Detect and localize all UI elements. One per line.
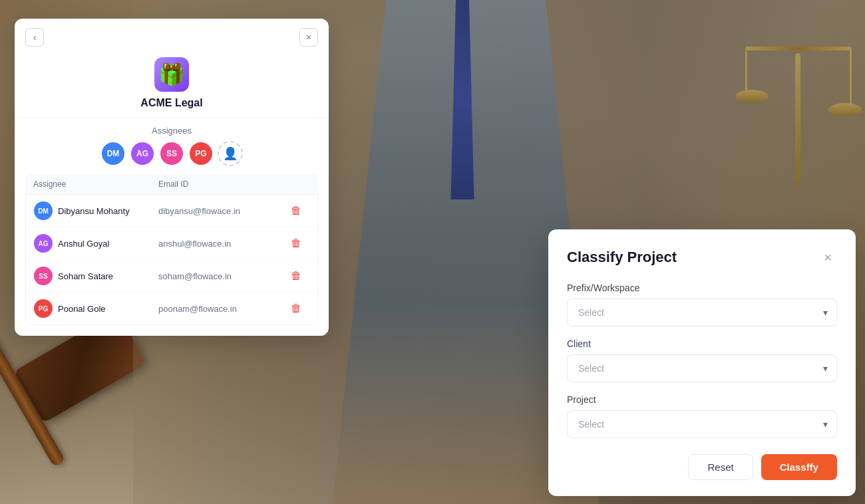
- project-select-wrapper: Select: [567, 410, 837, 438]
- prefix-workspace-select[interactable]: Select: [567, 299, 837, 326]
- assignee-cell-ag: AG Anshul Goyal: [34, 234, 158, 253]
- table-row: DM Dibyansu Mohanty dibyansu@flowace.in …: [26, 195, 317, 227]
- avatar-dm: DM: [100, 141, 126, 166]
- delete-button-pg[interactable]: 🗑: [283, 303, 309, 315]
- modal-footer: Reset Classffy: [567, 454, 837, 480]
- project-logo-area: ACME Legal: [15, 52, 329, 112]
- assignees-panel: ‹ × ACME Legal Assignees DM AG SS PG 👤 A…: [15, 19, 329, 336]
- trash-icon: 🗑: [291, 237, 301, 249]
- email-ss: soham@flowace.in: [158, 271, 283, 281]
- project-group: Project Select: [567, 394, 837, 438]
- assignees-section-label: Assignees: [15, 118, 329, 141]
- assignee-avatars-row: DM AG SS PG 👤: [15, 141, 329, 174]
- avatar-ss: SS: [159, 141, 184, 166]
- modal-close-button[interactable]: ×: [818, 248, 837, 267]
- add-assignee-button[interactable]: 👤: [218, 141, 243, 166]
- prefix-workspace-select-wrapper: Select: [567, 299, 837, 326]
- scale-bar: [745, 47, 852, 51]
- project-logo: [154, 57, 189, 92]
- table-row: PG Poonal Gole poonam@flowace.in 🗑: [26, 293, 317, 324]
- client-select[interactable]: Select: [567, 354, 837, 382]
- assignee-name-dm: Dibyansu Mohanty: [58, 206, 130, 216]
- avatar-small-pg: PG: [34, 299, 53, 318]
- reset-button[interactable]: Reset: [688, 454, 753, 480]
- table-body: DM Dibyansu Mohanty dibyansu@flowace.in …: [25, 194, 318, 325]
- email-ag: anshul@flowace.in: [158, 239, 283, 249]
- prefix-workspace-group: Prefix/Workspace Select: [567, 283, 837, 326]
- modal-title: Classify Project: [567, 249, 677, 266]
- close-icon: ×: [306, 32, 311, 43]
- assignee-name-ss: Soham Satare: [58, 271, 113, 281]
- modal-header: Classify Project ×: [567, 248, 837, 267]
- assignee-cell-ss: SS Soham Satare: [34, 267, 158, 285]
- trash-icon: 🗑: [291, 205, 301, 217]
- scale-pole: [795, 53, 800, 186]
- classify-modal: Classify Project × Prefix/Workspace Sele…: [548, 229, 856, 496]
- assignees-table: Assignee Email ID DM Dibyansu Mohanty di…: [15, 174, 329, 336]
- delete-button-dm[interactable]: 🗑: [283, 205, 309, 217]
- assignee-cell-dm: DM Dibyansu Mohanty: [34, 201, 158, 220]
- client-group: Client Select: [567, 338, 837, 382]
- scale-right-chain: [850, 51, 852, 104]
- client-label: Client: [567, 338, 837, 349]
- delete-button-ag[interactable]: 🗑: [283, 237, 309, 249]
- chevron-left-icon: ‹: [33, 32, 37, 43]
- panel-header: ‹ ×: [15, 19, 329, 52]
- avatar-small-ss: SS: [34, 267, 53, 285]
- assignee-name-pg: Poonal Gole: [58, 304, 106, 314]
- person-add-icon: 👤: [223, 146, 238, 161]
- email-pg: poonam@flowace.in: [158, 304, 283, 314]
- avatar-small-dm: DM: [34, 201, 53, 220]
- panel-back-button[interactable]: ‹: [25, 28, 44, 47]
- table-row: AG Anshul Goyal anshul@flowace.in 🗑: [26, 227, 317, 260]
- col-header-email: Email ID: [158, 180, 283, 189]
- client-select-wrapper: Select: [567, 354, 837, 382]
- project-select[interactable]: Select: [567, 410, 837, 438]
- delete-button-ss[interactable]: 🗑: [283, 270, 309, 282]
- email-dm: dibyansu@flowace.in: [158, 206, 283, 216]
- col-header-assignee: Assignee: [33, 180, 158, 189]
- assignee-cell-pg: PG Poonal Gole: [34, 299, 158, 318]
- scale-left-pan: [735, 90, 769, 103]
- project-label: Project: [567, 394, 837, 405]
- avatar-pg: PG: [188, 141, 214, 166]
- trash-icon: 🗑: [291, 303, 301, 315]
- trash-icon: 🗑: [291, 270, 301, 282]
- table-row: SS Soham Satare soham@flowace.in 🗑: [26, 260, 317, 293]
- avatar-ag: AG: [130, 141, 155, 166]
- assignee-name-ag: Anshul Goyal: [58, 239, 109, 249]
- prefix-workspace-label: Prefix/Workspace: [567, 283, 837, 293]
- avatar-small-ag: AG: [34, 234, 53, 253]
- panel-close-button[interactable]: ×: [299, 28, 318, 47]
- col-header-actions: [283, 180, 310, 189]
- scale-left-chain: [745, 51, 747, 90]
- table-header: Assignee Email ID: [25, 174, 318, 194]
- close-icon: ×: [824, 250, 832, 265]
- classify-button[interactable]: Classffy: [761, 454, 837, 480]
- scale-right-pan: [828, 103, 862, 116]
- project-name: ACME Legal: [140, 97, 202, 109]
